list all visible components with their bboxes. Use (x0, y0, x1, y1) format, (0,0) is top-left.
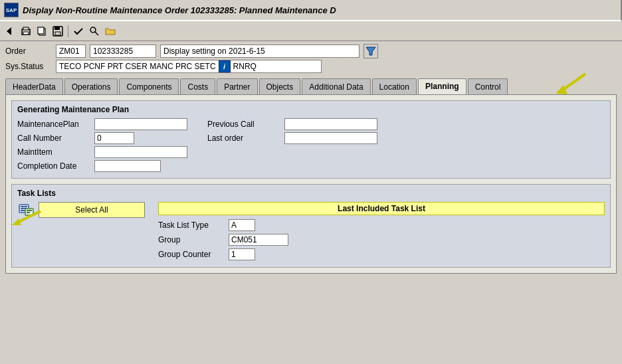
tab-objects[interactable]: Objects (259, 78, 301, 94)
tab-control[interactable]: Control (468, 78, 508, 94)
svg-rect-2 (23, 27, 29, 30)
app-icon: SAP (4, 3, 19, 17)
print-button[interactable] (19, 24, 33, 39)
task-list-type-input[interactable] (229, 219, 255, 231)
maintenance-plan-label: MaintenancePlan (17, 120, 90, 129)
tab-additional-data[interactable]: Additional Data (302, 78, 370, 94)
svg-line-10 (95, 32, 98, 35)
previous-call-label: Previous Call (207, 120, 280, 129)
tab-components[interactable]: Components (119, 78, 179, 94)
call-number-input[interactable] (94, 132, 134, 144)
task-right: Last Included Task List Task List Type G… (158, 202, 605, 263)
main-content: Generating Maintenance Plan MaintenanceP… (5, 94, 617, 274)
svg-rect-7 (54, 27, 60, 30)
group-label: Group (158, 235, 225, 244)
back-button[interactable] (3, 24, 17, 39)
group-counter-label: Group Counter (158, 250, 225, 259)
task-list-type-row: Task List Type (158, 219, 605, 231)
last-order-row: Last order (207, 132, 377, 144)
generating-section-title: Generating Maintenance Plan (17, 105, 605, 114)
svg-rect-17 (21, 206, 27, 207)
maint-item-label: MaintItem (17, 147, 90, 157)
completion-date-row: Completion Date (17, 160, 187, 172)
svg-marker-0 (7, 27, 11, 35)
svg-rect-5 (38, 27, 44, 34)
generating-fields-left: MaintenancePlan Call Number MaintItem Co… (17, 118, 187, 174)
tabs-wrapper: HeaderData Operations Components Costs P… (0, 76, 622, 94)
svg-line-14 (17, 211, 41, 223)
select-all-button[interactable]: Select All (39, 202, 145, 218)
last-order-label: Last order (207, 134, 280, 143)
status-row: Sys.Status TECO PCNF PRT CSER MANC PRC S… (5, 60, 617, 73)
filter-icon[interactable] (363, 44, 378, 58)
window-title: Display Non-Routine Maintenance Order 10… (23, 5, 336, 15)
info-area: Order ZM01 102333285 Display setting on … (0, 41, 622, 76)
generating-maintenance-plan-section: Generating Maintenance Plan MaintenanceP… (11, 100, 611, 179)
folder-button[interactable] (103, 24, 118, 39)
last-included-header: Last Included Task List (158, 202, 605, 215)
toolbar (0, 21, 622, 41)
svg-point-9 (90, 27, 96, 33)
order-label: Order (5, 46, 52, 56)
order-description: Display setting on 2021-6-15 (163, 46, 265, 56)
maint-item-input[interactable] (94, 146, 187, 158)
last-order-input[interactable] (284, 132, 377, 144)
task-list-type-label: Task List Type (158, 221, 225, 230)
group-input[interactable] (229, 234, 288, 246)
maintenance-plan-row: MaintenancePlan (17, 118, 187, 130)
maint-item-row: MaintItem (17, 146, 187, 158)
task-content: Select All Last Included Task List Task … (17, 202, 605, 263)
toolbar-separator (68, 25, 68, 37)
call-number-label: Call Number (17, 134, 90, 143)
previous-call-row: Previous Call (207, 118, 377, 130)
completion-date-label: Completion Date (17, 161, 90, 171)
order-description-box: Display setting on 2021-6-15 (160, 45, 360, 58)
tab-partner[interactable]: Partner (217, 78, 257, 94)
svg-marker-11 (366, 47, 375, 55)
info-icon[interactable]: i (219, 60, 231, 72)
sys-status-values: TECO PCNF PRT CSER MANC PRC SETC (59, 62, 216, 71)
order-number-box: 102333285 (90, 45, 156, 58)
group-row: Group (158, 234, 605, 246)
task-lists-title: Task Lists (17, 189, 605, 198)
order-row: Order ZM01 102333285 Display setting on … (5, 44, 617, 58)
sys-status-box: TECO PCNF PRT CSER MANC PRC SETC i RNRQ (56, 60, 322, 73)
svg-line-12 (562, 74, 585, 90)
tab-costs[interactable]: Costs (180, 78, 215, 94)
tab-headerdata[interactable]: HeaderData (5, 78, 63, 94)
generating-fields-right: Previous Call Last order (207, 118, 377, 174)
save-button[interactable] (51, 24, 65, 39)
svg-marker-15 (12, 219, 21, 225)
order-type: ZM01 (59, 46, 80, 56)
task-lists-section: Task Lists (11, 184, 611, 268)
previous-call-input[interactable] (284, 118, 377, 130)
group-counter-row: Group Counter (158, 248, 605, 260)
sys-status-extra: RNRQ (233, 62, 257, 71)
call-number-row: Call Number (17, 132, 187, 144)
tab-planning[interactable]: Planning (418, 78, 466, 94)
maintenance-plan-input[interactable] (94, 118, 187, 130)
search-button[interactable] (87, 24, 102, 39)
tabs-container: HeaderData Operations Components Costs P… (0, 76, 622, 94)
sys-status-label: Sys.Status (5, 62, 52, 71)
task-left: Select All (17, 202, 145, 263)
completion-date-input[interactable] (94, 160, 161, 172)
group-counter-input[interactable] (229, 248, 255, 260)
title-bar: SAP Display Non-Routine Maintenance Orde… (0, 0, 622, 21)
tab-location[interactable]: Location (372, 78, 417, 94)
order-number: 102333285 (93, 46, 133, 56)
copy-button[interactable] (35, 24, 49, 39)
check-button[interactable] (71, 24, 86, 39)
order-type-box: ZM01 (56, 45, 86, 58)
svg-rect-3 (23, 32, 29, 35)
svg-rect-8 (55, 32, 60, 35)
arrow-annotation (549, 70, 589, 99)
tab-operations[interactable]: Operations (64, 78, 118, 94)
